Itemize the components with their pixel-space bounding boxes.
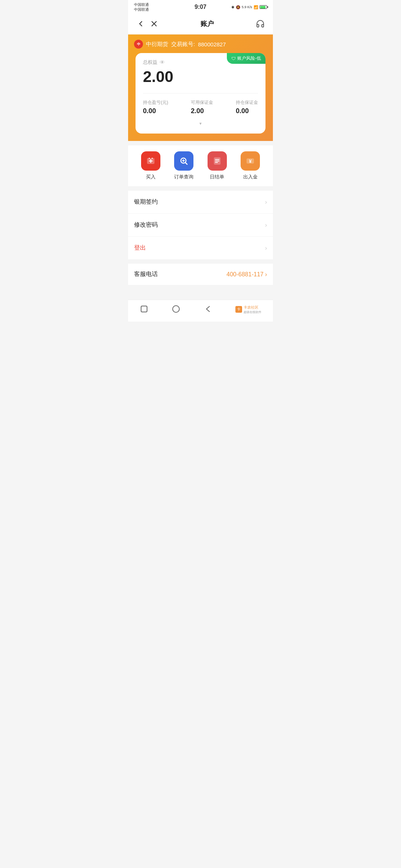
shield-icon: 🛡	[231, 56, 236, 61]
deposit-withdraw-label: 出入金	[243, 174, 258, 180]
battery-indicator	[260, 5, 267, 9]
page-title: 账户	[161, 19, 254, 28]
square-icon	[140, 305, 149, 313]
broker-info: 中 中衍期货 交易账号: 880002827	[134, 40, 267, 49]
card-divider	[143, 93, 258, 93]
risk-badge: 🛡 账户风险-低	[227, 53, 265, 64]
menu-section: 银期签约 › 修改密码 › 登出 ›	[128, 191, 273, 259]
nav-bar: 账户	[128, 13, 273, 34]
action-deposit-withdraw[interactable]: ¥ 出入金	[241, 151, 260, 180]
action-order-query[interactable]: 订单查询	[174, 151, 193, 180]
broker-name: 中衍期货	[146, 41, 168, 48]
daily-statement-label: 日结单	[210, 174, 224, 180]
wifi-icon: 📶	[254, 5, 258, 9]
triangle-back-icon	[203, 305, 212, 313]
nav-home-button[interactable]	[172, 305, 180, 314]
svg-point-14	[173, 306, 179, 312]
total-equity-value: 2.00	[143, 68, 258, 86]
svg-text:¥: ¥	[249, 158, 252, 164]
bluetooth-icon: ✱	[231, 5, 234, 9]
back-button[interactable]	[134, 17, 147, 30]
header-banner: 中 中衍期货 交易账号: 880002827 🛡 账户风险-低 总权益 👁 2.…	[128, 34, 273, 141]
available-margin: 可用保证金 2.00	[191, 99, 213, 115]
menu-item-logout[interactable]: 登出 ›	[128, 237, 273, 259]
watermark: 卡 卡农社区 超级在线软件	[235, 305, 261, 314]
card-expand-arrow[interactable]: ▾	[143, 121, 258, 126]
deposit-withdraw-icon: ¥	[241, 151, 260, 171]
broker-logo: 中	[134, 40, 143, 49]
account-card: 🛡 账户风险-低 总权益 👁 2.00 持仓盈亏(元) 0.00 可用保证金 2…	[136, 53, 265, 134]
menu-item-bank-signing[interactable]: 银期签约 ›	[128, 191, 273, 214]
menu-item-change-password[interactable]: 修改密码 ›	[128, 214, 273, 237]
svg-rect-13	[141, 306, 147, 312]
chevron-right-icon: ›	[265, 271, 267, 278]
action-daily-statement[interactable]: 日结单	[208, 151, 227, 180]
customer-service-section: 客服电话 400-6881-117 ›	[128, 264, 273, 285]
account-label: 交易账号:	[171, 41, 195, 48]
position-margin: 持仓保证金 0.00	[236, 99, 258, 115]
daily-statement-icon	[208, 151, 227, 171]
speed-indicator: 5.9 K/s	[242, 5, 252, 9]
action-section: 买入 订单查询 日结单 ¥	[128, 145, 273, 186]
nav-square-button[interactable]	[140, 305, 149, 314]
chevron-right-icon: ›	[265, 222, 267, 228]
status-bar: 中国联通 中国联通 9:07 ✱ 🔕 5.9 K/s 📶	[128, 0, 273, 13]
svg-line-4	[186, 163, 188, 165]
watermark-item: 卡 卡农社区 超级在线软件	[235, 305, 261, 314]
headset-button[interactable]	[254, 17, 267, 30]
position-pnl: 持仓盈亏(元) 0.00	[143, 99, 168, 115]
bottom-nav: 卡 卡农社区 超级在线软件	[128, 300, 273, 322]
order-query-label: 订单查询	[174, 174, 193, 180]
action-buy[interactable]: 买入	[141, 151, 160, 180]
circle-icon	[172, 305, 180, 313]
nav-back-button[interactable]	[203, 305, 212, 314]
account-number: 880002827	[198, 41, 226, 47]
mute-icon: 🔕	[236, 5, 240, 9]
chevron-right-icon: ›	[265, 199, 267, 206]
eye-icon[interactable]: 👁	[160, 59, 165, 65]
buy-icon	[141, 151, 160, 171]
service-phone[interactable]: 400-6881-117 ›	[226, 271, 267, 278]
close-button[interactable]	[147, 17, 161, 30]
status-time: 9:07	[195, 4, 206, 10]
order-query-icon	[174, 151, 193, 171]
stats-row: 持仓盈亏(元) 0.00 可用保证金 2.00 持仓保证金 0.00	[143, 99, 258, 115]
carrier-info: 中国联通 中国联通	[134, 2, 149, 12]
service-label: 客服电话	[134, 270, 158, 278]
status-icons: ✱ 🔕 5.9 K/s 📶	[231, 5, 267, 9]
chevron-right-icon: ›	[265, 245, 267, 251]
buy-label: 买入	[146, 174, 156, 180]
